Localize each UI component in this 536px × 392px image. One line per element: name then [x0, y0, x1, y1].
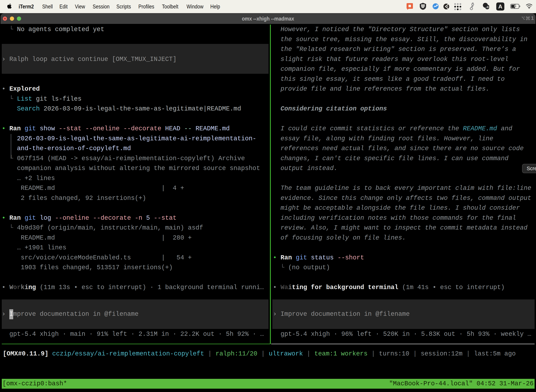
svg-text:..61: ..61	[485, 6, 490, 9]
